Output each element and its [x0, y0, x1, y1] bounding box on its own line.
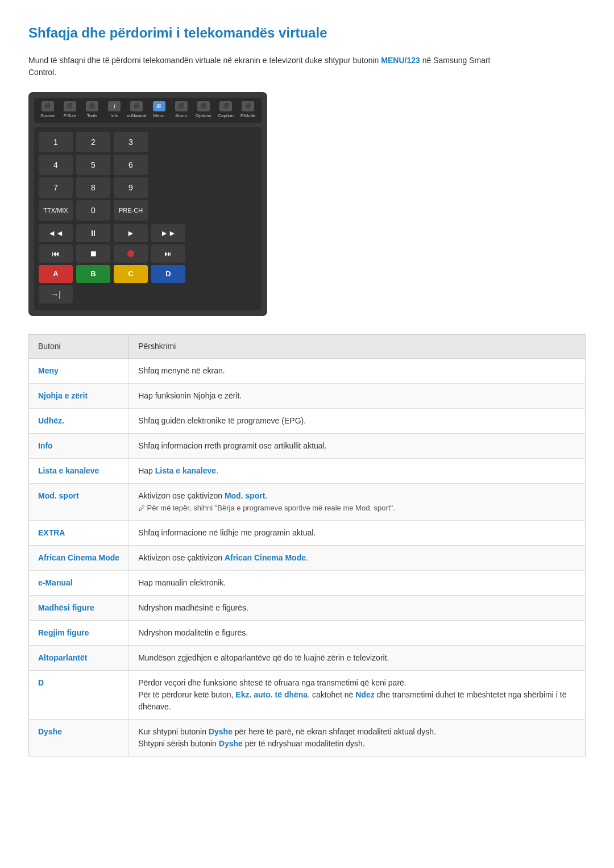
button-desc: Aktivizon ose çaktivizon Mod. sport. Për… [129, 484, 586, 521]
button-label: Meny [29, 359, 129, 384]
remote-visual: ⬛ Source ⬛ P.Size ⬛ Tools i Info ⬛ e-Man… [28, 92, 267, 316]
remote-container: ⬛ Source ⬛ P.Size ⬛ Tools i Info ⬛ e-Man… [28, 92, 586, 316]
button-desc: Shfaq menynë në ekran. [129, 359, 586, 384]
table-header-button: Butoni [29, 335, 129, 359]
btn-2: 2 [76, 132, 110, 152]
btn-0: 0 [76, 200, 110, 221]
btn-ttxmix: TTX/MIX [39, 200, 73, 221]
btn-3: 3 [114, 132, 148, 152]
remote-number-grid: 1 2 3 4 5 6 7 8 9 TTX/MIX 0 PRE-CH [34, 127, 262, 310]
intro-paragraph: Mund të shfaqni dhe të përdorni telekoma… [28, 55, 495, 78]
btn-9: 9 [114, 177, 148, 198]
btn-color-c: C [114, 265, 148, 283]
table-row: African Cinema Mode Aktivizon ose çaktiv… [29, 546, 586, 571]
table-row: e-Manual Hap manualin elektronik. [29, 571, 586, 596]
btn-prech: PRE-CH [114, 200, 148, 221]
table-row: Info Shfaq informacion rreth programit o… [29, 434, 586, 459]
button-desc: Shfaq guidën elektronike të programeve (… [129, 409, 586, 434]
button-desc: Shfaq informacion rreth programit ose ar… [129, 434, 586, 459]
button-desc: Përdor veçori dhe funksione shtesë të of… [129, 671, 586, 720]
button-label: D [29, 671, 129, 720]
emanual-btn: ⬛ e-Manual [126, 101, 147, 119]
button-label: Lista e kanaleve [29, 459, 129, 484]
remote-top-row: ⬛ Source ⬛ P.Size ⬛ Tools i Info ⬛ e-Man… [34, 98, 262, 123]
button-desc: Aktivizon ose çaktivizon African Cinema … [129, 546, 586, 571]
btn-rewind: ◄◄ [39, 224, 73, 242]
info-icon-btn: i Info [103, 101, 125, 119]
table-row: Udhëz. Shfaq guidën elektronike të progr… [29, 409, 586, 434]
table-row: Mod. sport Aktivizon ose çaktivizon Mod.… [29, 484, 586, 521]
btn-color-b: B [76, 265, 110, 283]
button-label: Dyshe [29, 720, 129, 757]
button-desc: Ndryshon modalitetin e figurës. [129, 621, 586, 646]
button-desc: Ndryshon madhësinë e figurës. [129, 596, 586, 621]
info-table: Butoni Përshkrimi Meny Shfaq menynë në e… [28, 334, 586, 757]
button-label: African Cinema Mode [29, 546, 129, 571]
table-row: Altoparlantët Mundëson zgjedhjen e altop… [29, 646, 586, 671]
button-label: Altoparlantët [29, 646, 129, 671]
menu-btn: ▦ Menu [148, 101, 170, 119]
source-btn: ⬛ Source [37, 101, 59, 119]
button-desc: Kur shtypni butonin Dyshe për herë të pa… [129, 720, 586, 757]
options-btn: ⬛ Options [193, 101, 214, 119]
btn-7: 7 [39, 177, 73, 198]
table-header-description: Përshkrimi [129, 335, 586, 359]
btn-color-d: D [151, 265, 185, 283]
button-label: Madhësi figure [29, 596, 129, 621]
button-label: Regjim figure [29, 621, 129, 646]
btn-6: 6 [114, 155, 148, 175]
table-row: Dyshe Kur shtypni butonin Dyshe për herë… [29, 720, 586, 757]
button-desc: Mundëson zgjedhjen e altoparlantëve që d… [129, 646, 586, 671]
btn-1: 1 [39, 132, 73, 152]
table-row: Meny Shfaq menynë në ekran. [29, 359, 586, 384]
button-label: Udhëz. [29, 409, 129, 434]
tools-btn: ⬛ Tools [81, 101, 103, 119]
table-row: D Përdor veçori dhe funksione shtesë të … [29, 671, 586, 720]
table-row: Regjim figure Ndryshon modalitetin e fig… [29, 621, 586, 646]
table-row: EXTRA Shfaq informacione në lidhje me pr… [29, 521, 586, 546]
caption-btn: ⬛ Caption [215, 101, 237, 119]
button-label: Mod. sport [29, 484, 129, 521]
button-desc: Hap funksionin Njohja e zërit. [129, 384, 586, 409]
btn-color-a: A [39, 265, 73, 283]
table-row: Lista e kanaleve Hap Lista e kanaleve. [29, 459, 586, 484]
button-label: Info [29, 434, 129, 459]
button-desc: Shfaq informacione në lidhje me programi… [129, 521, 586, 546]
btn-pause: ⏸ [76, 224, 110, 242]
button-desc: Hap Lista e kanaleve. [129, 459, 586, 484]
button-label: Njohja e zërit [29, 384, 129, 409]
btn-rec [114, 244, 148, 263]
alarm-btn: ⬛ Alarm [171, 101, 192, 119]
btn-play: ► [114, 224, 148, 242]
btn-next: ⏭ [151, 244, 185, 263]
btn-5: 5 [76, 155, 110, 175]
page-title: Shfaqja dhe përdorimi i telekomandës vir… [28, 23, 586, 43]
btn-8: 8 [76, 177, 110, 198]
psize-btn: ⬛ P.Size [59, 101, 81, 119]
pmode-btn: ⬛ P.Mode [237, 101, 259, 119]
table-row: Madhësi figure Ndryshon madhësinë e figu… [29, 596, 586, 621]
btn-prev: ⏮ [39, 244, 73, 263]
button-desc: Hap manualin elektronik. [129, 571, 586, 596]
btn-stop: ⏹ [76, 244, 110, 263]
btn-ffwd: ►► [151, 224, 185, 242]
table-row: Njohja e zërit Hap funksionin Njohja e z… [29, 384, 586, 409]
button-label: EXTRA [29, 521, 129, 546]
btn-4: 4 [39, 155, 73, 175]
btn-arrow: →| [39, 285, 73, 304]
button-label: e-Manual [29, 571, 129, 596]
